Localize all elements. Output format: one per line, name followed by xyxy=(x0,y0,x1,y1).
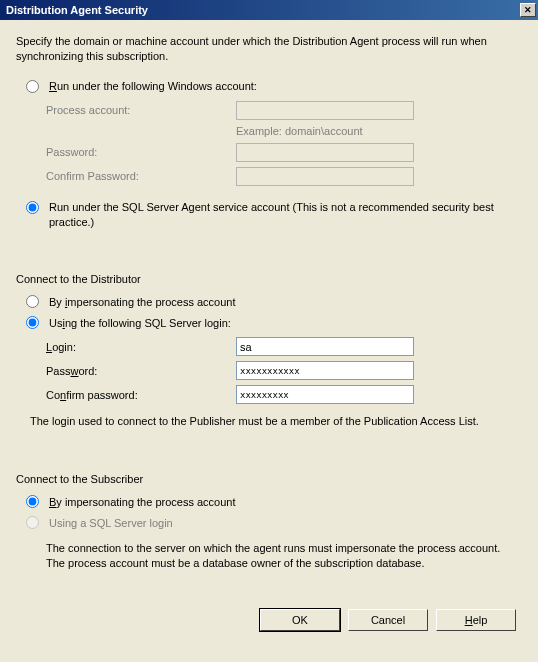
window-title: Distribution Agent Security xyxy=(6,4,520,16)
dist-password-row: Password: xyxy=(46,361,522,380)
dist-impersonate-radio[interactable] xyxy=(26,295,39,308)
button-row: OK Cancel Help xyxy=(16,609,522,631)
dist-impersonate-label: By impersonating the process account xyxy=(49,296,236,308)
run-windows-radio[interactable] xyxy=(26,80,39,93)
run-sql-agent-option[interactable]: Run under the SQL Server Agent service a… xyxy=(16,200,522,230)
sub-impersonate-label: By impersonating the process account xyxy=(49,496,236,508)
subscriber-note: The connection to the server on which th… xyxy=(46,541,522,571)
distributor-note: The login used to connect to the Publish… xyxy=(30,414,522,429)
run-windows-label: Run under the following Windows account: xyxy=(49,80,257,92)
dist-password-input[interactable] xyxy=(236,361,414,380)
ok-button[interactable]: OK xyxy=(260,609,340,631)
sub-sql-login-option: Using a SQL Server login xyxy=(16,516,522,529)
dist-sql-login-radio[interactable] xyxy=(26,316,39,329)
intro-text: Specify the domain or machine account un… xyxy=(16,34,522,64)
distributor-header: Connect to the Distributor xyxy=(16,273,522,285)
password-label-1: Password: xyxy=(46,146,236,158)
dist-confirm-input[interactable] xyxy=(236,385,414,404)
process-account-row: Process account: xyxy=(46,101,522,120)
process-account-label: Process account: xyxy=(46,104,236,116)
dist-impersonate-option[interactable]: By impersonating the process account xyxy=(16,295,522,308)
confirm-label-1: Confirm Password: xyxy=(46,170,236,182)
dist-confirm-label: Confirm password: xyxy=(46,389,236,401)
password-row-1: Password: xyxy=(46,143,522,162)
cancel-button[interactable]: Cancel xyxy=(348,609,428,631)
login-row: Login: xyxy=(46,337,522,356)
run-sql-agent-radio[interactable] xyxy=(26,201,39,214)
confirm-input-1 xyxy=(236,167,414,186)
run-sql-agent-label: Run under the SQL Server Agent service a… xyxy=(49,200,522,230)
example-text: Example: domain\account xyxy=(236,125,522,137)
password-input-1 xyxy=(236,143,414,162)
login-input[interactable] xyxy=(236,337,414,356)
sub-sql-login-radio xyxy=(26,516,39,529)
title-bar: Distribution Agent Security ✕ xyxy=(0,0,538,20)
dist-password-label: Password: xyxy=(46,365,236,377)
subscriber-header: Connect to the Subscriber xyxy=(16,473,522,485)
help-button[interactable]: Help xyxy=(436,609,516,631)
dialog-content: Specify the domain or machine account un… xyxy=(0,20,538,641)
close-button[interactable]: ✕ xyxy=(520,3,536,17)
dist-sql-login-option[interactable]: Using the following SQL Server login: xyxy=(16,316,522,329)
sub-impersonate-option[interactable]: By impersonating the process account xyxy=(16,495,522,508)
confirm-row-1: Confirm Password: xyxy=(46,167,522,186)
dist-confirm-row: Confirm password: xyxy=(46,385,522,404)
sub-sql-login-label: Using a SQL Server login xyxy=(49,517,173,529)
dist-sql-login-label: Using the following SQL Server login: xyxy=(49,317,231,329)
sub-impersonate-radio[interactable] xyxy=(26,495,39,508)
login-label: Login: xyxy=(46,341,236,353)
run-windows-account-option[interactable]: Run under the following Windows account: xyxy=(16,80,522,93)
process-account-input xyxy=(236,101,414,120)
